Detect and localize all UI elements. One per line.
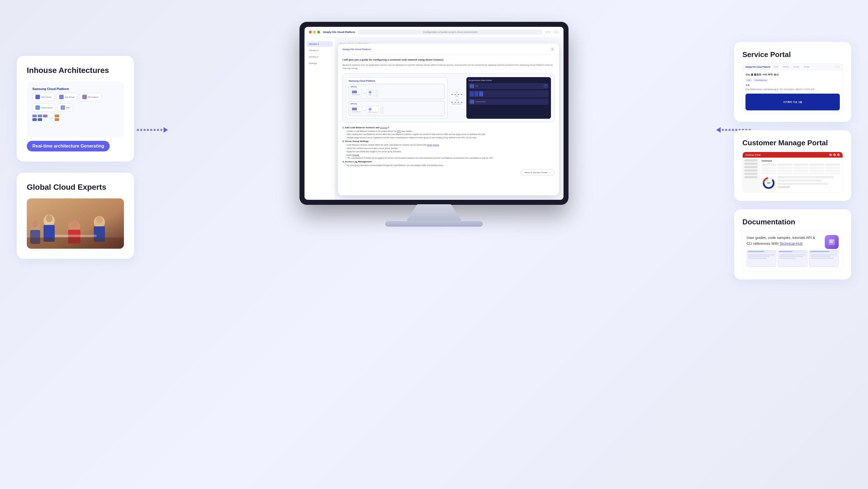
- cp-stat-2: [777, 179, 822, 182]
- arch-box-virtual: Virtual Server: [32, 104, 56, 112]
- doc-screenshot-3: [809, 250, 839, 267]
- sp-tab-4[interactable]: Storage: [802, 65, 811, 68]
- sp-tab-1[interactable]: Cloud: [772, 65, 780, 68]
- right-panel: Service Portal Simply Fits Cloud Platfor…: [734, 42, 851, 280]
- cp-td-14: [810, 172, 825, 174]
- doc-screenshot-2: [778, 250, 807, 267]
- list-item-1-details: • Create a Load Balancer instance in the…: [342, 130, 555, 140]
- dot-green[interactable]: [317, 31, 320, 33]
- doc-screenshots: [747, 250, 839, 267]
- monitor-base: [385, 221, 483, 227]
- svg-point-9: [96, 216, 103, 224]
- dot-4: [147, 129, 149, 131]
- cp-td-9: [810, 170, 825, 172]
- overlay-intro: I will give you a guide for configuring …: [342, 58, 555, 61]
- dot-r3: [728, 129, 731, 131]
- cp-stat-value: 1,200,000,000: [777, 186, 840, 188]
- firewall-link[interactable]: Firewall: [352, 154, 359, 156]
- cp-sidebar-2[interactable]: [744, 163, 757, 165]
- cp-icon-1: [829, 153, 832, 156]
- close-button[interactable]: ×: [550, 47, 555, 51]
- arch-box-nat: NAT: [58, 104, 73, 112]
- list-item-2-details: • Load Balancer services created within …: [342, 143, 555, 160]
- svg-rect-24: [830, 241, 833, 242]
- cp-td-3: [794, 167, 808, 169]
- vpc-link[interactable]: VPC: [397, 130, 401, 132]
- sp-tab-3[interactable]: Security: [792, 65, 801, 68]
- service-portal-title: Service Portal: [742, 50, 843, 59]
- move-to-portal-button[interactable]: Move to Service Portal →: [521, 169, 555, 176]
- sp-tab-2[interactable]: Network: [781, 65, 790, 68]
- sp-subtitle: 소개: [745, 84, 840, 87]
- browser-logo: Simply Fits Cloud Platform: [323, 31, 355, 33]
- browser-url[interactable]: Configuration of public project cloud en…: [358, 30, 542, 35]
- cp-icon-3: [837, 153, 840, 156]
- list-item-1: 1. Add Load Balancer Instance and Servic…: [342, 126, 555, 130]
- move-btn-arrow-icon: →: [548, 171, 550, 174]
- samsung-cloud-label: Samsung Cloud Platform: [349, 80, 445, 82]
- real-time-badge: Real-time architecture Generating: [27, 141, 110, 151]
- numbered-list: 1. Add Load Balancer Instance and Servic…: [342, 126, 555, 167]
- cp-sidebar-6[interactable]: [744, 176, 757, 178]
- doc-decoration-icon: [825, 235, 839, 249]
- service-link[interactable]: Service: [380, 126, 388, 129]
- cp-donut-chart: 134: [762, 176, 776, 190]
- cp-td-12: [778, 172, 793, 174]
- cp-table-header: [762, 164, 840, 166]
- monitor-frame: Simply Fits Cloud Platform Configuration…: [300, 22, 568, 204]
- cp-td-13: [794, 172, 808, 174]
- arch-diagram-overlay: Samsung Cloud Platform VPC#1 Virtua: [342, 74, 555, 122]
- cp-logo: Customer Portal: [745, 154, 761, 156]
- vpc2-label: VPC#2: [350, 103, 443, 105]
- dot-r4: [732, 129, 734, 131]
- cp-header-icons: [829, 153, 840, 156]
- inhouse-architectures-title: Inhouse Architectures: [27, 66, 124, 75]
- nav-item-2[interactable]: Service 2: [307, 48, 333, 53]
- cp-dashboard-label: Dashboard: [762, 160, 840, 162]
- cp-sidebar-5[interactable]: [744, 173, 757, 175]
- cp-sidebar-4[interactable]: [744, 169, 757, 172]
- browser-content: Service 1 Service 2 Service 3 Settings H…: [305, 38, 563, 200]
- vpc1-label: VPC#1: [350, 86, 443, 88]
- cp-sidebar-3[interactable]: [744, 166, 757, 168]
- cp-main: Dashboard: [760, 157, 843, 192]
- arch-box-app: App Server: [56, 93, 78, 101]
- svg-rect-14: [27, 237, 124, 249]
- cp-chart-area: 134 1,200,000,000: [762, 176, 840, 190]
- dot-3: [144, 129, 146, 131]
- doc-preview: User guides, code samples, tutorials API…: [742, 231, 843, 271]
- svg-rect-22: [829, 239, 835, 245]
- dot-r2: [725, 129, 727, 131]
- browser-dots: [309, 31, 320, 33]
- nav-item-3[interactable]: Service 3: [307, 54, 333, 60]
- technical-hub-link[interactable]: Technical-Hub: [779, 241, 802, 246]
- global-experts-title: Global Cloud Experts: [27, 183, 124, 192]
- svg-text:134: 134: [767, 182, 770, 184]
- dot-5: [150, 129, 152, 131]
- inhouse-architectures-card: Inhouse Architectures Samsung Cloud Plat…: [17, 56, 134, 162]
- nav-item-1[interactable]: Service 1: [307, 41, 333, 47]
- sp-blue-box-text: 아키텍처 구성 그림: [783, 100, 802, 104]
- dot-2: [140, 129, 142, 131]
- dot-yellow[interactable]: [313, 31, 316, 33]
- vpn-icon: [544, 84, 548, 88]
- overlay-logo: Simply Fits Cloud Platform: [342, 48, 371, 51]
- arrow-right-icon: [163, 127, 168, 133]
- svg-point-6: [71, 220, 78, 228]
- server-groups-link[interactable]: server groups: [427, 144, 439, 146]
- sp-tabs: Cloud Network Security Storage: [772, 65, 834, 68]
- dot-red[interactable]: [309, 31, 312, 33]
- doc-content-row: User guides, code samples, tutorials API…: [747, 235, 839, 250]
- cp-sidebar-1[interactable]: [744, 159, 757, 162]
- cp-td-10: [826, 170, 840, 172]
- cp-td-8: [794, 170, 808, 172]
- arch-box-db: DB Instance: [79, 93, 101, 101]
- dot-1: [137, 129, 139, 131]
- dotted-line-left: [137, 127, 168, 133]
- sp-search-icon[interactable]: [835, 66, 840, 68]
- monitor-screen: Simply Fits Cloud Platform Configuration…: [305, 27, 563, 200]
- nav-item-settings[interactable]: Settings: [307, 60, 333, 66]
- people-photo: [27, 198, 124, 249]
- cp-row-3: [762, 172, 840, 174]
- overlay-panel: Simply Fits Cloud Platform × I will give…: [338, 44, 559, 195]
